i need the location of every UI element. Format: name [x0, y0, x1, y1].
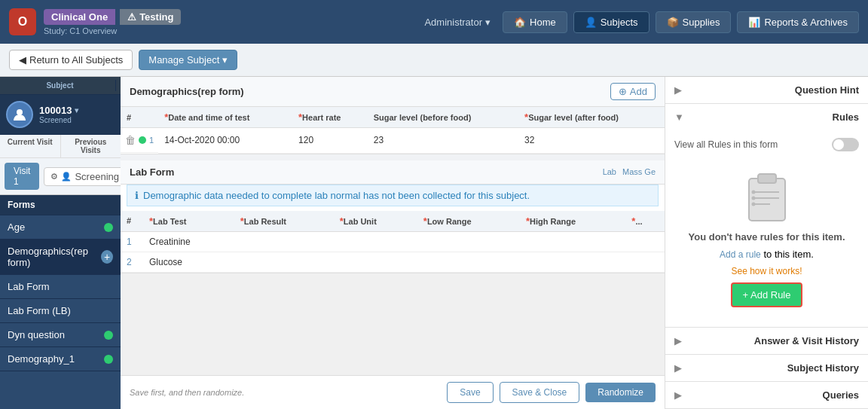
form-item-lab-lb[interactable]: Lab Form (LB)	[0, 299, 121, 323]
form-item-demography[interactable]: Demography_1	[0, 347, 121, 371]
testing-label: ⚠ Testing	[120, 9, 181, 25]
delete-icon[interactable]: 🗑	[125, 134, 136, 146]
chevron-down-icon[interactable]: ▾	[485, 17, 491, 28]
heart-rate-cell[interactable]: 120	[292, 128, 368, 154]
glucose-cell[interactable]: Glucose	[143, 252, 234, 272]
app-icon: O	[9, 8, 36, 35]
subjects-button[interactable]: 👤 Subjects	[573, 11, 649, 33]
randomize-button[interactable]: Randomize	[585, 383, 656, 402]
form-item-demographics[interactable]: Demographics(rep form) +	[0, 240, 121, 275]
info-icon: ℹ	[135, 190, 139, 201]
svg-point-7	[751, 197, 755, 200]
add-rule-text: Add a rule to this item.	[720, 249, 814, 260]
sugar-after-cell[interactable]: 32	[518, 128, 665, 154]
high-range-1[interactable]	[520, 231, 625, 252]
date-cell[interactable]: 14-Oct-2020 00:00	[158, 128, 292, 154]
home-button[interactable]: 🏠 Home	[503, 11, 567, 33]
lab-result-2[interactable]	[234, 252, 334, 272]
chevron-icon[interactable]: ▾	[75, 106, 78, 114]
subject-history-section: ▶ Subject History	[665, 355, 868, 382]
col-lab-test: *Lab Test	[143, 211, 234, 232]
sugar-before-cell[interactable]: 23	[368, 128, 518, 154]
top-nav: O Clinical One ⚠ Testing Study: C1 Overv…	[0, 0, 868, 44]
subject-col-header: Subject	[5, 80, 116, 91]
answer-history-header[interactable]: ▶ Answer & Visit History	[665, 328, 868, 354]
delete-cell: 🗑 1	[121, 128, 158, 153]
row-num-cell: 2	[121, 252, 143, 272]
save-note: Save first, and then randomize.	[130, 388, 244, 397]
table-row: 1 Creatinine	[121, 231, 665, 252]
form-item-age[interactable]: Age	[0, 215, 121, 240]
extra-2[interactable]	[625, 252, 665, 272]
reports-button[interactable]: 📊 Reports & Archives	[737, 11, 859, 33]
table-row: 2 Glucose	[121, 252, 665, 272]
status-dot-green	[104, 355, 113, 364]
add-row-button[interactable]: ⊕ Add	[610, 83, 656, 100]
rules-content: View all Rules in this form	[665, 130, 868, 327]
queries-title: Queries	[823, 389, 859, 401]
expand-icon: ▶	[674, 84, 682, 96]
low-range-2[interactable]	[417, 252, 520, 272]
queries-header[interactable]: ▶ Queries	[665, 382, 868, 408]
form-item-dyn[interactable]: Dyn question	[0, 323, 121, 347]
rules-toggle-row: View all Rules in this form	[674, 138, 859, 151]
subject-history-header[interactable]: ▶ Subject History	[665, 355, 868, 381]
section-divider	[121, 154, 665, 160]
lab-form-section: Lab Form Lab Mass Ge ℹ Demographic data …	[121, 160, 665, 273]
plus-icon[interactable]: +	[101, 250, 113, 264]
main-layout: Subject 100013 ▾ Screened Current Visit	[0, 77, 868, 409]
reports-icon: 📊	[748, 17, 760, 28]
study-label: Study: C1 Overview	[44, 26, 181, 35]
manage-subject-button[interactable]: Manage Subject ▾	[139, 50, 237, 70]
col-extra: *...	[625, 211, 665, 232]
app-title-block: Clinical One ⚠ Testing Study: C1 Overvie…	[44, 9, 181, 35]
svg-point-8	[751, 203, 755, 206]
rules-header[interactable]: ▼ Rules	[665, 104, 868, 130]
col-sugar-after: *Sugar level (after food)	[518, 107, 665, 128]
rules-toggle[interactable]	[832, 138, 859, 151]
col-lab-unit: *Lab Unit	[334, 211, 417, 232]
lab-unit-1[interactable]	[334, 231, 417, 252]
center-and-bottom: Demographics(rep form) ⊕ Add # *Date and…	[121, 77, 665, 409]
row-number: 1	[149, 136, 154, 145]
forms-header: Forms	[0, 195, 121, 215]
lab-link[interactable]: Lab	[603, 167, 616, 176]
save-button[interactable]: Save	[447, 382, 493, 403]
add-rule-button[interactable]: + Add Rule	[731, 282, 803, 307]
lab-unit-2[interactable]	[334, 252, 417, 272]
lab-info-bar: ℹ Demographic data needed to complete la…	[127, 185, 659, 206]
expand-icon: ▶	[674, 335, 682, 346]
expand-icon: ▶	[674, 389, 682, 401]
screening-tab[interactable]: ⚙ 👤 Screening	[44, 167, 126, 186]
add-rule-link[interactable]: Add a rule	[720, 249, 761, 260]
supplies-button[interactable]: 📦 Supplies	[656, 11, 732, 33]
svg-rect-2	[758, 174, 776, 183]
right-panel: ▶ Question Hint ▼ Rules View all Rules i…	[665, 77, 868, 409]
current-visit-label: Current Visit	[0, 135, 61, 157]
subject-info: 100013 ▾ Screened	[0, 95, 121, 134]
high-range-2[interactable]	[520, 252, 625, 272]
no-rules-area: You don't have rules for this item. Add …	[674, 159, 859, 319]
visit-1-tab[interactable]: Visit 1	[5, 163, 39, 190]
person-icon: 👤	[61, 172, 72, 182]
subjects-icon: 👤	[585, 17, 597, 28]
extra-1[interactable]	[625, 231, 665, 252]
lab-result-1[interactable]	[234, 231, 334, 252]
save-close-button[interactable]: Save & Close	[500, 382, 580, 403]
add-rule-suffix: to this item.	[763, 249, 813, 260]
top-nav-right: Administrator ▾ 🏠 Home 👤 Subjects 📦 Supp…	[424, 11, 859, 33]
chevron-down-icon: ▾	[222, 54, 228, 66]
table-row: 🗑 1 14-Oct-2020 00:00 120 23 32	[121, 128, 665, 154]
col-date: *Date and time of test	[158, 107, 292, 128]
answer-history-title: Answer & Visit History	[754, 335, 859, 346]
question-hint-header[interactable]: ▶ Question Hint	[665, 77, 868, 103]
return-button[interactable]: ◀ Return to All Subjects	[9, 50, 133, 70]
creatinine-cell[interactable]: Creatinine	[143, 231, 234, 252]
form-item-lab[interactable]: Lab Form	[0, 275, 121, 299]
see-how-link[interactable]: See how it works!	[731, 266, 802, 276]
low-range-1[interactable]	[417, 231, 520, 252]
left-arrow-icon: ◀	[19, 54, 26, 66]
app-title: Clinical One ⚠ Testing	[44, 9, 181, 25]
status-dot-green	[104, 331, 113, 340]
mass-ge-link[interactable]: Mass Ge	[622, 167, 656, 176]
